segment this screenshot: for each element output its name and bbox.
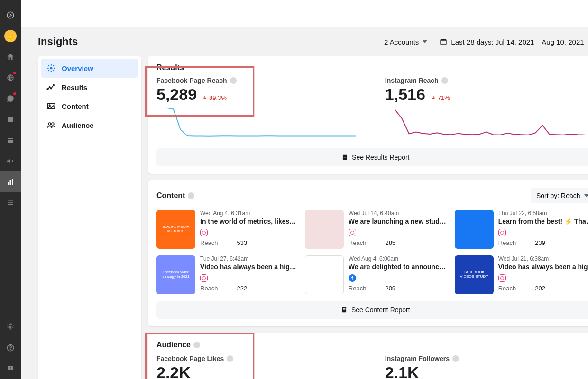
svg-rect-5 (10, 180, 11, 185)
bar-chart-icon (6, 178, 15, 186)
rail-help[interactable] (0, 337, 21, 358)
post-date: Wed Aug 4, 6:31am (200, 210, 296, 217)
report-btn-label: See Results Report (352, 153, 409, 161)
post-title: We are delighted to announc… (349, 263, 446, 271)
rail-feedback[interactable] (0, 358, 21, 379)
avatar-icon: 😶 (4, 30, 17, 42)
date-range-selector[interactable]: Last 28 days: Jul 14, 2021 – Aug 10, 202… (440, 38, 588, 46)
sidebar-item-label: Content (62, 102, 89, 110)
sidebar-item-audience[interactable]: Audience (41, 116, 138, 135)
post-date: Wed Jul 21, 6:38am (498, 255, 588, 262)
rail-library[interactable] (0, 109, 21, 130)
rail-insights[interactable] (0, 171, 21, 192)
info-icon[interactable] (441, 77, 448, 84)
info-icon[interactable] (193, 342, 200, 348)
info-icon[interactable] (230, 77, 237, 84)
accounts-selector[interactable]: 2 Accounts (384, 38, 427, 46)
facebook-icon: f (349, 274, 356, 282)
info-icon[interactable] (227, 355, 233, 362)
post-title: Video has always been a hig… (498, 263, 588, 271)
svg-rect-6 (12, 179, 13, 185)
reach-label: Reach (349, 239, 367, 246)
sidebar-item-overview[interactable]: Overview (41, 59, 138, 78)
arrow-down-icon (202, 95, 207, 100)
see-content-report-button[interactable]: See Content Report (156, 301, 588, 319)
svg-rect-3 (8, 138, 13, 144)
facebook-reach-metric: Facebook Page Reach 5,289 89.3% (156, 77, 366, 142)
content-post[interactable]: Wed Jul 14, 6:40amWe are launching a new… (305, 210, 446, 249)
post-thumbnail (305, 210, 344, 249)
metric-value: 5,289 (156, 85, 197, 104)
content-post[interactable]: Thu Jul 22, 6:58amLearn from the best! ⚡… (455, 210, 588, 249)
content-post[interactable]: Wed Aug 4, 6:00amWe are delighted to ann… (305, 255, 446, 294)
rail-chat[interactable] (0, 88, 21, 109)
content-title: Content (156, 191, 185, 200)
reach-value: 209 (385, 285, 395, 292)
rail-logo[interactable] (0, 5, 21, 26)
reach-value: 239 (535, 239, 545, 246)
post-title: Learn from the best! ⚡️ Tha… (498, 217, 588, 225)
post-date: Wed Jul 14, 6:40am (349, 210, 446, 217)
content-card: Content Sort by: Reach SOCIAL MEDIA METR… (148, 180, 588, 326)
metric-delta: 89.3% (202, 94, 227, 101)
reach-value: 202 (535, 285, 545, 292)
svg-point-28 (48, 123, 51, 125)
info-icon[interactable] (452, 355, 459, 362)
post-date: Wed Aug 4, 6:00am (349, 255, 446, 262)
instagram-sparkline (385, 107, 588, 140)
arrow-down-icon (431, 95, 436, 100)
rail-announce[interactable] (0, 151, 21, 171)
post-network (200, 228, 296, 236)
metric-value: 1,516 (385, 85, 425, 104)
post-title: We are launching a new stud… (349, 217, 446, 225)
insights-sidebar: Overview Results Content Audience (38, 56, 141, 379)
rail-settings[interactable] (0, 316, 21, 337)
burst-icon (46, 63, 56, 73)
rail-globe[interactable] (0, 67, 21, 88)
sidebar-item-label: Results (62, 83, 87, 91)
page-header: Insights 2 Accounts Last 28 days: Jul 14… (21, 27, 588, 56)
info-icon[interactable] (188, 192, 194, 199)
see-results-report-button[interactable]: See Results Report (156, 148, 588, 166)
content-post[interactable]: SOCIAL MEDIA METRICSWed Aug 4, 6:31amIn … (156, 210, 296, 249)
post-network (200, 273, 296, 282)
rail-avatar[interactable]: 😶 (0, 26, 21, 46)
svg-rect-35 (343, 308, 346, 309)
rail-menu[interactable] (0, 192, 21, 213)
post-thumbnail: FACEBOOK VIDEOS STUDY (455, 255, 494, 294)
content-post[interactable]: FACEBOOK VIDEOS STUDYWed Jul 21, 6:38amV… (455, 255, 588, 294)
svg-rect-10 (10, 367, 11, 368)
post-network (349, 228, 446, 236)
rail-calendar[interactable] (0, 130, 21, 151)
post-thumbnail: SOCIAL MEDIA METRICS (156, 210, 195, 249)
metric-label: Facebook Page Reach (156, 77, 227, 84)
sidebar-item-label: Overview (62, 64, 93, 72)
svg-point-15 (51, 71, 52, 72)
rail-home[interactable] (0, 46, 21, 67)
metric-label: Facebook Page Likes (156, 355, 224, 362)
post-network: f (349, 273, 446, 282)
svg-rect-32 (344, 156, 346, 156)
svg-point-20 (48, 70, 50, 72)
sort-button[interactable]: Sort by: Reach (531, 188, 588, 203)
facebook-sparkline (156, 107, 366, 140)
page-title: Insights (38, 36, 78, 48)
accounts-label: 2 Accounts (384, 38, 419, 46)
audience-card: Audience Facebook Page Likes 2.2K (148, 333, 588, 379)
post-network (498, 273, 588, 282)
report-icon (341, 154, 348, 161)
reach-value: 222 (237, 285, 248, 292)
svg-point-14 (51, 64, 52, 66)
svg-point-13 (50, 67, 53, 70)
results-card: Results Facebook Page Reach 5,289 (148, 56, 588, 174)
svg-point-29 (52, 123, 54, 125)
content-post[interactable]: Facebook video strategy in 2021Tue Jul 2… (156, 255, 296, 294)
svg-point-17 (54, 68, 55, 69)
post-network (498, 228, 588, 236)
sidebar-item-label: Audience (62, 121, 94, 129)
post-date: Tue Jul 27, 6:42am (200, 255, 296, 262)
sidebar-item-content[interactable]: Content (41, 97, 138, 116)
reach-value: 533 (237, 239, 248, 246)
sidebar-item-results[interactable]: Results (41, 78, 138, 97)
svg-point-7 (9, 326, 12, 328)
